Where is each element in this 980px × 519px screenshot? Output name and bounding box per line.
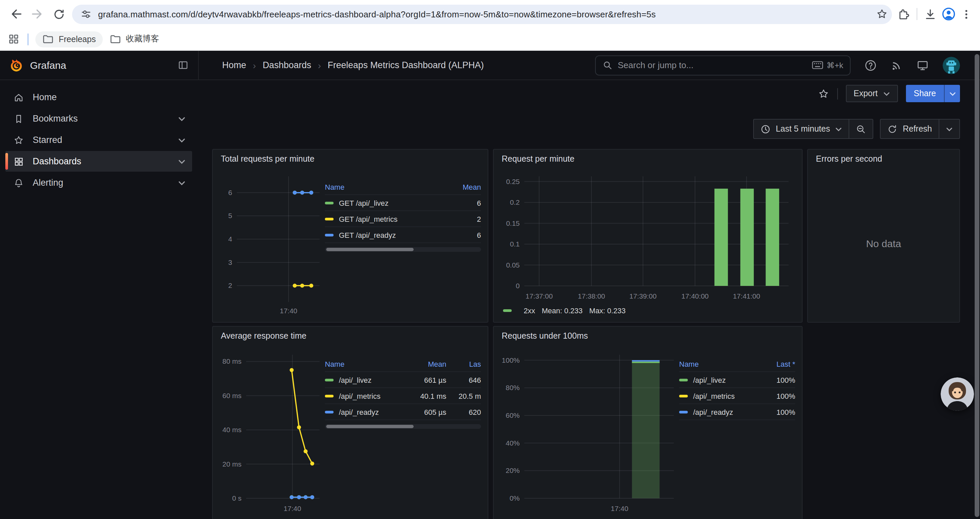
legend-column-header[interactable]: Name [325, 360, 412, 368]
request-per-minute-chart[interactable]: 0.250.20.150.10.05017:37:0017:38:0017:39… [500, 168, 795, 303]
sidebar-item-bookmarks[interactable]: Bookmarks [5, 108, 192, 129]
legend-scrollbar[interactable] [325, 247, 481, 252]
legend-column-header[interactable]: Mean [412, 360, 446, 368]
under-100ms-chart[interactable]: 100%80%60%40%20%0%17:40 [500, 345, 679, 516]
sidebar-item-alerting[interactable]: Alerting [5, 172, 192, 193]
legend-row[interactable]: /api/_readyz100% [679, 404, 795, 420]
refresh-button[interactable]: Refresh [881, 120, 939, 138]
share-button[interactable]: Share [905, 85, 960, 102]
refresh-label: Refresh [903, 124, 932, 134]
legend-row[interactable]: 2xx Mean: 0.233 Max: 0.233 [500, 303, 795, 318]
toolbar-separator [916, 8, 917, 20]
bookmark-star-icon[interactable] [876, 8, 888, 20]
svg-text:0%: 0% [510, 494, 520, 502]
svg-text:80%: 80% [506, 384, 520, 391]
bookmark-label: 收藏博客 [126, 34, 159, 45]
apps-grid-icon[interactable] [8, 34, 19, 45]
panel-title[interactable]: Average response time [213, 327, 488, 345]
forward-icon[interactable] [27, 3, 48, 25]
grafana-app: Grafana Home › Dashboards › Freeleaps Me… [0, 51, 980, 519]
legend-column-header[interactable]: Mean [445, 183, 481, 191]
series-color-pill [679, 394, 688, 397]
chevron-down-icon [835, 126, 842, 132]
legend-column-header[interactable]: Las [446, 360, 481, 368]
address-bar[interactable]: grafana.mathmast.com/d/deytv4rwavabkb/fr… [72, 4, 892, 24]
folder-icon [42, 34, 53, 45]
downloads-icon[interactable] [924, 8, 937, 21]
export-button[interactable]: Export [846, 85, 897, 102]
no-data-message: No data [815, 168, 953, 318]
chevron-down-icon[interactable] [178, 158, 185, 164]
panel-title[interactable]: Requests under 100ms [494, 327, 802, 345]
back-icon[interactable] [5, 3, 27, 25]
sidebar-item-starred[interactable]: Starred [5, 129, 192, 150]
legend-row[interactable]: /api/_readyz605 µs620 [325, 404, 481, 420]
extensions-icon[interactable] [897, 8, 910, 21]
refresh-interval-chevron[interactable] [939, 120, 959, 138]
url-text[interactable]: grafana.mathmast.com/d/deytv4rwavabkb/fr… [98, 9, 870, 19]
legend-table[interactable]: NameLast */api/_livez100%/api/_metrics10… [679, 345, 795, 516]
panel-title[interactable]: Errors per second [808, 150, 959, 168]
toolbar-divider [837, 88, 838, 99]
legend-column-header[interactable]: Name [325, 183, 445, 191]
panel-title[interactable]: Total requests per minute [213, 150, 488, 168]
sidebar-item-home[interactable]: Home [5, 87, 192, 107]
legend-row[interactable]: /api/_livez661 µs646 [325, 372, 481, 388]
news-rss-icon[interactable] [891, 59, 903, 71]
sidebar-item-label: Dashboards [33, 156, 81, 166]
total-requests-chart[interactable]: 6543217:40 [220, 168, 325, 318]
breadcrumb-home[interactable]: Home [222, 60, 246, 70]
collapse-sidebar-icon[interactable] [177, 59, 189, 71]
time-range-picker[interactable]: Last 5 minutes [754, 120, 849, 138]
panel-title[interactable]: Request per minute [494, 150, 802, 168]
series-color-pill [325, 378, 334, 381]
breadcrumb-current: Freeleaps Metrics Dashboard (ALPHA) [328, 60, 484, 70]
dashboard-toolbar: Export Share [818, 85, 960, 102]
svg-text:17:41:00: 17:41:00 [733, 292, 760, 300]
browser-menu-icon[interactable] [961, 8, 972, 20]
series-label[interactable]: 2xx [524, 307, 535, 315]
bookmark-folder-freeleaps[interactable]: Freeleaps [35, 31, 102, 47]
legend-row[interactable]: GET /api/_livez6 [325, 195, 481, 211]
zoom-out-button[interactable] [849, 120, 873, 138]
sidebar-nav: Home Bookmarks Starred [0, 80, 199, 519]
monitor-icon[interactable] [916, 59, 929, 71]
site-settings-icon[interactable] [81, 9, 91, 19]
profile-icon[interactable] [941, 7, 956, 21]
chevron-down-icon[interactable] [178, 137, 185, 143]
user-avatar[interactable] [943, 56, 960, 74]
chevron-down-icon [946, 126, 953, 132]
favorite-star-icon[interactable] [818, 88, 829, 99]
page-scrollbar[interactable] [975, 54, 979, 517]
search-input[interactable]: Search or jump to... ⌘+k [595, 55, 851, 75]
assistant-avatar[interactable] [941, 377, 974, 411]
share-menu-chevron-icon[interactable] [944, 85, 960, 102]
refresh-group: Refresh [880, 119, 960, 139]
legend-column-header[interactable]: Name [679, 360, 759, 368]
legend-column-header[interactable]: Last * [759, 360, 795, 368]
bookmark-folder-blogs[interactable]: 收藏博客 [102, 31, 166, 47]
legend-row[interactable]: /api/_metrics100% [679, 388, 795, 404]
legend-table[interactable]: NameMeanLas/api/_livez661 µs646/api/_met… [325, 345, 481, 516]
chevron-down-icon [883, 91, 889, 96]
legend-row[interactable]: GET /api/_readyz6 [325, 227, 481, 243]
sidebar-item-dashboards[interactable]: Dashboards [5, 151, 192, 172]
sidebar-item-label: Starred [33, 135, 62, 145]
reload-icon[interactable] [48, 3, 69, 25]
breadcrumb-dashboards[interactable]: Dashboards [262, 60, 311, 70]
legend-table[interactable]: NameMeanGET /api/_livez6GET /api/_metric… [325, 168, 481, 318]
legend-scrollbar[interactable] [325, 424, 481, 429]
svg-text:0.05: 0.05 [506, 261, 520, 269]
grafana-logo[interactable] [10, 58, 23, 72]
bookmark-label: Freeleaps [59, 34, 96, 44]
legend-row[interactable]: /api/_metrics40.1 ms20.5 m [325, 388, 481, 404]
svg-text:100%: 100% [502, 356, 520, 364]
legend-row[interactable]: GET /api/_metrics2 [325, 211, 481, 227]
chevron-down-icon[interactable] [178, 179, 185, 186]
chevron-down-icon[interactable] [178, 115, 185, 122]
help-icon[interactable] [865, 59, 877, 71]
avg-response-chart[interactable]: 80 ms60 ms40 ms20 ms0 s17:40 [220, 345, 325, 516]
svg-text:20 ms: 20 ms [223, 460, 242, 468]
legend-row[interactable]: /api/_livez100% [679, 372, 795, 388]
bookmarks-bar: Freeleaps 收藏博客 [0, 28, 980, 51]
